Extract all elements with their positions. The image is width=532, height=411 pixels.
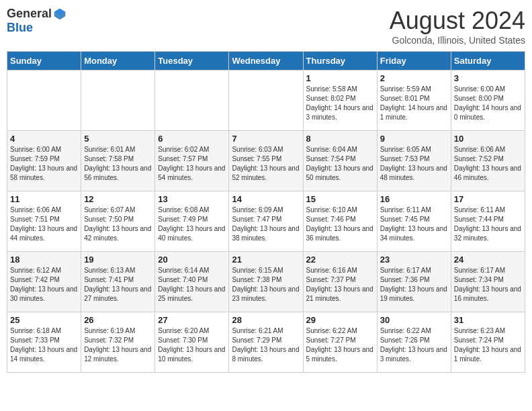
day-number: 9	[380, 134, 448, 144]
day-number: 10	[454, 134, 522, 144]
calendar-day-cell: 14Sunrise: 6:09 AMSunset: 7:47 PMDayligh…	[229, 191, 303, 252]
day-info: Sunrise: 6:09 AMSunset: 7:47 PMDaylight:…	[232, 205, 300, 243]
day-number: 24	[454, 255, 522, 265]
weekday-header-tuesday: Tuesday	[155, 52, 229, 71]
day-info: Sunrise: 5:58 AMSunset: 8:02 PMDaylight:…	[306, 85, 374, 122]
calendar-day-cell	[7, 71, 81, 131]
day-info: Sunrise: 6:14 AMSunset: 7:40 PMDaylight:…	[158, 266, 226, 304]
day-number: 7	[232, 134, 300, 144]
weekday-header-saturday: Saturday	[451, 52, 525, 71]
calendar-day-cell: 12Sunrise: 6:07 AMSunset: 7:50 PMDayligh…	[81, 191, 155, 252]
calendar-day-cell: 2Sunrise: 5:59 AMSunset: 8:01 PMDaylight…	[377, 71, 451, 131]
day-info: Sunrise: 6:05 AMSunset: 7:53 PMDaylight:…	[380, 145, 448, 183]
day-info: Sunrise: 6:13 AMSunset: 7:41 PMDaylight:…	[84, 266, 152, 304]
calendar-day-cell: 30Sunrise: 6:22 AMSunset: 7:26 PMDayligh…	[377, 312, 451, 373]
day-info: Sunrise: 6:10 AMSunset: 7:46 PMDaylight:…	[306, 205, 374, 243]
day-number: 4	[10, 134, 78, 144]
day-info: Sunrise: 6:21 AMSunset: 7:29 PMDaylight:…	[232, 326, 300, 364]
weekday-header-friday: Friday	[377, 52, 451, 71]
day-number: 15	[306, 194, 374, 204]
day-number: 1	[306, 73, 374, 83]
day-info: Sunrise: 6:15 AMSunset: 7:38 PMDaylight:…	[232, 266, 300, 304]
calendar-day-cell: 6Sunrise: 6:02 AMSunset: 7:57 PMDaylight…	[155, 131, 229, 191]
day-info: Sunrise: 6:06 AMSunset: 7:52 PMDaylight:…	[454, 145, 522, 183]
calendar-body: 1Sunrise: 5:58 AMSunset: 8:02 PMDaylight…	[7, 71, 525, 373]
calendar-day-cell: 28Sunrise: 6:21 AMSunset: 7:29 PMDayligh…	[229, 312, 303, 373]
day-info: Sunrise: 6:02 AMSunset: 7:57 PMDaylight:…	[158, 145, 226, 183]
day-info: Sunrise: 6:17 AMSunset: 7:34 PMDaylight:…	[454, 266, 522, 304]
day-number: 23	[380, 255, 448, 265]
calendar-day-cell	[155, 71, 229, 131]
day-info: Sunrise: 6:00 AMSunset: 8:00 PMDaylight:…	[454, 85, 522, 122]
day-number: 26	[84, 315, 152, 325]
logo-blue: Blue	[7, 21, 33, 35]
day-info: Sunrise: 5:59 AMSunset: 8:01 PMDaylight:…	[380, 85, 448, 122]
day-info: Sunrise: 6:11 AMSunset: 7:44 PMDaylight:…	[454, 205, 522, 243]
calendar-day-cell: 26Sunrise: 6:19 AMSunset: 7:32 PMDayligh…	[81, 312, 155, 373]
logo-icon	[53, 7, 66, 21]
calendar-day-cell	[229, 71, 303, 131]
day-number: 27	[158, 315, 226, 325]
calendar-table: SundayMondayTuesdayWednesdayThursdayFrid…	[7, 51, 525, 373]
day-number: 28	[232, 315, 300, 325]
day-info: Sunrise: 6:22 AMSunset: 7:26 PMDaylight:…	[380, 326, 448, 364]
day-info: Sunrise: 6:19 AMSunset: 7:32 PMDaylight:…	[84, 326, 152, 364]
day-number: 22	[306, 255, 374, 265]
day-info: Sunrise: 6:17 AMSunset: 7:36 PMDaylight:…	[380, 266, 448, 304]
month-year-title: August 2024	[390, 7, 525, 35]
calendar-week-row: 18Sunrise: 6:12 AMSunset: 7:42 PMDayligh…	[7, 252, 525, 312]
day-number: 20	[158, 255, 226, 265]
calendar-day-cell: 9Sunrise: 6:05 AMSunset: 7:53 PMDaylight…	[377, 131, 451, 191]
calendar-day-cell: 20Sunrise: 6:14 AMSunset: 7:40 PMDayligh…	[155, 252, 229, 312]
day-info: Sunrise: 6:07 AMSunset: 7:50 PMDaylight:…	[84, 205, 152, 243]
calendar-day-cell: 8Sunrise: 6:04 AMSunset: 7:54 PMDaylight…	[303, 131, 377, 191]
calendar-day-cell: 4Sunrise: 6:00 AMSunset: 7:59 PMDaylight…	[7, 131, 81, 191]
day-info: Sunrise: 6:01 AMSunset: 7:58 PMDaylight:…	[84, 145, 152, 183]
day-number: 25	[10, 315, 78, 325]
calendar-day-cell: 29Sunrise: 6:22 AMSunset: 7:27 PMDayligh…	[303, 312, 377, 373]
day-info: Sunrise: 6:22 AMSunset: 7:27 PMDaylight:…	[306, 326, 374, 364]
weekday-header-wednesday: Wednesday	[229, 52, 303, 71]
calendar-day-cell: 22Sunrise: 6:16 AMSunset: 7:37 PMDayligh…	[303, 252, 377, 312]
day-number: 18	[10, 255, 78, 265]
page-header: General Blue August 2024 Golconda, Illin…	[7, 7, 525, 46]
day-number: 2	[380, 73, 448, 83]
weekday-header-row: SundayMondayTuesdayWednesdayThursdayFrid…	[7, 52, 525, 71]
calendar-week-row: 1Sunrise: 5:58 AMSunset: 8:02 PMDaylight…	[7, 71, 525, 131]
calendar-day-cell: 11Sunrise: 6:06 AMSunset: 7:51 PMDayligh…	[7, 191, 81, 252]
day-info: Sunrise: 6:06 AMSunset: 7:51 PMDaylight:…	[10, 205, 78, 243]
day-number: 6	[158, 134, 226, 144]
calendar-day-cell: 7Sunrise: 6:03 AMSunset: 7:55 PMDaylight…	[229, 131, 303, 191]
calendar-day-cell: 27Sunrise: 6:20 AMSunset: 7:30 PMDayligh…	[155, 312, 229, 373]
day-info: Sunrise: 6:23 AMSunset: 7:24 PMDaylight:…	[454, 326, 522, 364]
calendar-day-cell: 24Sunrise: 6:17 AMSunset: 7:34 PMDayligh…	[451, 252, 525, 312]
calendar-week-row: 11Sunrise: 6:06 AMSunset: 7:51 PMDayligh…	[7, 191, 525, 252]
day-number: 16	[380, 194, 448, 204]
day-number: 14	[232, 194, 300, 204]
day-info: Sunrise: 6:11 AMSunset: 7:45 PMDaylight:…	[380, 205, 448, 243]
calendar-day-cell: 25Sunrise: 6:18 AMSunset: 7:33 PMDayligh…	[7, 312, 81, 373]
calendar-day-cell: 23Sunrise: 6:17 AMSunset: 7:36 PMDayligh…	[377, 252, 451, 312]
weekday-header-monday: Monday	[81, 52, 155, 71]
day-number: 17	[454, 194, 522, 204]
weekday-header-thursday: Thursday	[303, 52, 377, 71]
logo-general: General	[7, 7, 52, 21]
calendar-day-cell: 13Sunrise: 6:08 AMSunset: 7:49 PMDayligh…	[155, 191, 229, 252]
calendar-week-row: 4Sunrise: 6:00 AMSunset: 7:59 PMDaylight…	[7, 131, 525, 191]
day-number: 13	[158, 194, 226, 204]
day-number: 8	[306, 134, 374, 144]
logo: General Blue	[7, 7, 66, 35]
day-info: Sunrise: 6:20 AMSunset: 7:30 PMDaylight:…	[158, 326, 226, 364]
day-number: 5	[84, 134, 152, 144]
day-number: 31	[454, 315, 522, 325]
location-subtitle: Golconda, Illinois, United States	[390, 35, 525, 46]
calendar-day-cell: 19Sunrise: 6:13 AMSunset: 7:41 PMDayligh…	[81, 252, 155, 312]
day-info: Sunrise: 6:12 AMSunset: 7:42 PMDaylight:…	[10, 266, 78, 304]
calendar-day-cell	[81, 71, 155, 131]
day-info: Sunrise: 6:00 AMSunset: 7:59 PMDaylight:…	[10, 145, 78, 183]
calendar-day-cell: 3Sunrise: 6:00 AMSunset: 8:00 PMDaylight…	[451, 71, 525, 131]
weekday-header-sunday: Sunday	[7, 52, 81, 71]
day-number: 3	[454, 73, 522, 83]
day-number: 29	[306, 315, 374, 325]
day-number: 12	[84, 194, 152, 204]
